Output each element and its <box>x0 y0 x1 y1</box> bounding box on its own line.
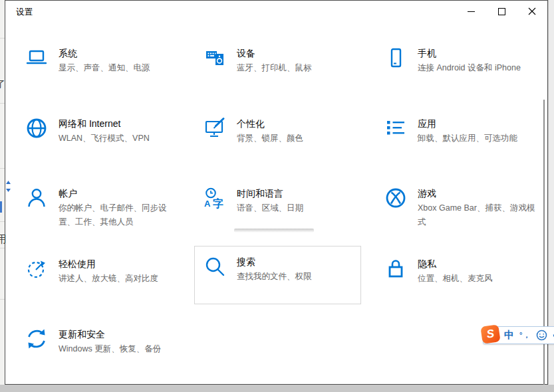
tile-subtitle: 蓝牙、打印机、鼠标 <box>237 61 373 75</box>
tile-time-language[interactable]: A 字 时间和语言 语音、区域、日期 <box>204 187 373 215</box>
tile-title: 应用 <box>418 118 554 130</box>
tile-subtitle: 背景、锁屏、颜色 <box>237 132 373 146</box>
maximize-icon <box>498 8 505 15</box>
sort-arrows-icon <box>5 181 11 195</box>
tile-subtitle: 语音、区域、日期 <box>237 201 373 215</box>
tile-personalization[interactable]: 个性化 背景、锁屏、颜色 <box>204 117 373 146</box>
ime-punctuation-button[interactable]: °， <box>519 330 531 340</box>
tile-title: 搜索 <box>237 256 373 268</box>
tile-subtitle: 卸载、默认应用、可选功能 <box>418 132 554 146</box>
laptop-icon <box>25 47 48 69</box>
divider <box>0 38 5 39</box>
divider <box>0 248 5 248</box>
tile-apps[interactable]: 应用 卸载、默认应用、可选功能 <box>384 117 554 146</box>
devices-icon <box>204 47 226 69</box>
tile-subtitle: 查找我的文件、权限 <box>237 270 373 284</box>
tile-title: 帐户 <box>59 187 175 200</box>
window-title: 设置 <box>16 7 33 18</box>
tile-subtitle: 位置、相机、麦克风 <box>418 272 554 286</box>
tile-title: 设备 <box>237 47 373 60</box>
ime-language-mode-button[interactable]: 中 <box>504 329 514 342</box>
tile-devices[interactable]: 设备 蓝牙、打印机、鼠标 <box>204 47 373 75</box>
tile-title: 隐私 <box>418 258 554 270</box>
tile-subtitle: 你的帐户、电子邮件、同步设置、工作、其他人员 <box>59 201 175 229</box>
tile-title: 个性化 <box>237 118 373 130</box>
sync-arrows-icon <box>25 328 48 350</box>
divider <box>0 299 5 300</box>
tile-accounts[interactable]: 帐户 你的帐户、电子邮件、同步设置、工作、其他人员 <box>25 187 175 229</box>
person-icon <box>25 187 48 209</box>
tile-title: 时间和语言 <box>237 187 373 200</box>
close-button[interactable] <box>517 1 547 22</box>
phone-icon <box>384 47 407 69</box>
divider <box>0 103 5 104</box>
tile-title: 系统 <box>59 47 195 60</box>
tile-privacy[interactable]: 隐私 位置、相机、麦克风 <box>384 257 554 286</box>
close-icon <box>528 7 536 15</box>
divider <box>0 221 5 222</box>
tile-title: 网络和 Internet <box>59 118 195 130</box>
xbox-icon <box>384 187 407 209</box>
tile-subtitle: 连接 Android 设备和 iPhone <box>418 61 554 75</box>
maximize-button[interactable] <box>486 1 517 22</box>
tile-system[interactable]: 系统 显示、声音、通知、电源 <box>25 47 195 75</box>
tile-subtitle: 显示、声音、通知、电源 <box>59 61 195 75</box>
tile-subtitle: Windows 更新、恢复、备份 <box>59 342 195 356</box>
window-controls <box>456 1 547 22</box>
tile-search[interactable]: 搜索 查找我的文件、权限 <box>194 246 361 304</box>
clock-language-icon: A 字 <box>204 187 226 209</box>
tile-title: 轻松使用 <box>59 258 195 270</box>
tile-gaming[interactable]: 游戏 Xbox Game Bar、捕获、游戏模式 <box>384 187 539 229</box>
tile-subtitle: Xbox Game Bar、捕获、游戏模式 <box>418 201 539 229</box>
tile-title: 游戏 <box>418 187 539 200</box>
personalization-icon <box>204 117 226 140</box>
tile-title: 更新和安全 <box>59 328 195 341</box>
svg-text:A: A <box>204 199 211 209</box>
settings-window: 设置 系统 显示、声音、通知、电源 <box>5 0 548 385</box>
minimize-button[interactable] <box>456 1 486 22</box>
emoji-icon[interactable] <box>536 330 547 341</box>
tile-phone[interactable]: 手机 连接 Android 设备和 iPhone <box>384 47 554 75</box>
render-artifact-band <box>234 229 314 233</box>
background-text-fragment: 用 <box>0 233 7 246</box>
background-text-fragment: 了 <box>0 78 5 90</box>
tile-ease-of-access[interactable]: 轻松使用 讲述人、放大镜、高对比度 <box>25 257 195 286</box>
svg-text:字: 字 <box>213 197 223 209</box>
lock-icon <box>384 257 407 280</box>
ime-toolbar: S 中 °， <box>483 326 554 344</box>
apps-list-icon <box>384 117 407 140</box>
search-icon <box>204 255 226 278</box>
tile-update-security[interactable]: 更新和安全 Windows 更新、恢复、备份 <box>25 328 195 356</box>
globe-icon <box>25 117 48 140</box>
selection-bar-fragment <box>0 201 2 213</box>
sogou-logo[interactable]: S <box>480 324 500 344</box>
tile-subtitle: 讲述人、放大镜、高对比度 <box>59 272 195 286</box>
ease-of-access-icon <box>25 257 48 280</box>
tile-subtitle: WLAN、飞行模式、VPN <box>59 132 195 146</box>
background-window-sliver <box>0 0 5 385</box>
minimize-icon <box>468 8 475 15</box>
divider <box>0 168 5 169</box>
tile-title: 手机 <box>418 47 554 60</box>
tile-network[interactable]: 网络和 Internet WLAN、飞行模式、VPN <box>25 117 195 146</box>
